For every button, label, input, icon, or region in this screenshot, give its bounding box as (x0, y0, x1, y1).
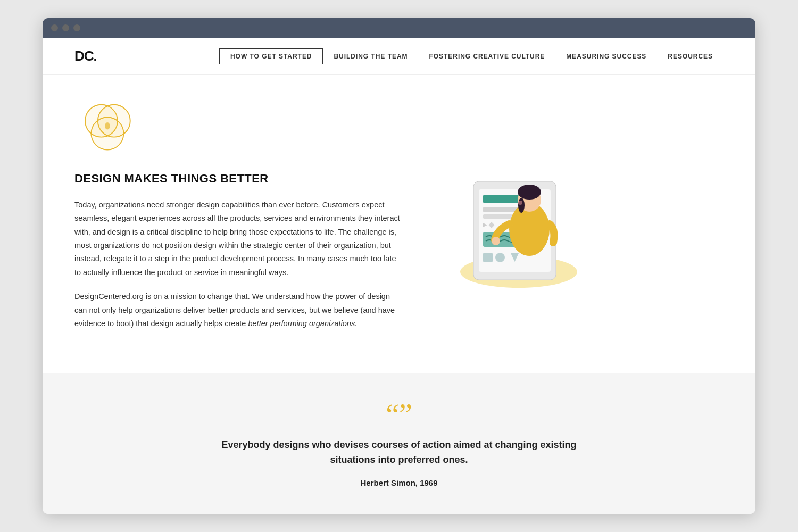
main-content: DESIGN MAKES THINGS BETTER Today, organi… (43, 75, 755, 373)
nav-link-resources[interactable]: RESOURCES (657, 48, 724, 64)
nav-link-measuring-success[interactable]: MEASURING SUCCESS (555, 48, 657, 64)
nav-link-building-the-team[interactable]: BUILDING THE TEAM (323, 48, 418, 64)
nav-item-how-to-get-started[interactable]: HOW TO GET STARTED (219, 51, 323, 61)
paragraph-2: DesignCentered.org is on a mission to ch… (74, 290, 404, 330)
nav-item-fostering-creative-culture[interactable]: FOSTERING CREATIVE CULTURE (418, 51, 555, 61)
paragraph-1: Today, organizations need stronger desig… (74, 198, 404, 279)
nav-item-building-the-team[interactable]: BUILDING THE TEAM (323, 51, 418, 61)
nav-link-how-to-get-started[interactable]: HOW TO GET STARTED (219, 48, 323, 64)
venn-svg (74, 102, 138, 155)
nav-link-fostering-creative-culture[interactable]: FOSTERING CREATIVE CULTURE (418, 48, 555, 64)
navbar: DC. HOW TO GET STARTED BUILDING THE TEAM… (43, 38, 755, 75)
site-logo[interactable]: DC. (74, 48, 97, 64)
svg-point-2 (91, 117, 123, 149)
nav-item-resources[interactable]: RESOURCES (657, 51, 724, 61)
quote-section: “” Everybody designs who devises courses… (43, 373, 755, 514)
illustration-svg (436, 112, 585, 293)
svg-point-19 (518, 198, 525, 213)
content-left: DESIGN MAKES THINGS BETTER Today, organi… (74, 102, 404, 341)
content-right (426, 102, 596, 293)
svg-point-3 (105, 122, 110, 129)
venn-diagram (74, 102, 404, 157)
hero-illustration (436, 112, 585, 293)
browser-dot-2 (62, 24, 69, 31)
quote-mark: “” (74, 400, 724, 429)
browser-chrome (43, 18, 755, 38)
quote-text: Everybody designs who devises courses of… (213, 438, 585, 468)
svg-rect-13 (483, 253, 493, 262)
svg-rect-9 (483, 214, 512, 219)
browser-dot-3 (73, 24, 80, 31)
svg-point-14 (495, 253, 505, 262)
main-heading: DESIGN MAKES THINGS BETTER (74, 172, 404, 186)
browser-dot-1 (51, 24, 58, 31)
nav-item-measuring-success[interactable]: MEASURING SUCCESS (555, 51, 657, 61)
nav-links: HOW TO GET STARTED BUILDING THE TEAM FOS… (219, 51, 724, 61)
svg-point-18 (518, 185, 541, 200)
svg-point-20 (492, 237, 500, 245)
quote-author: Herbert Simon, 1969 (74, 478, 724, 487)
paragraph-2-em: better performing organizations. (248, 319, 357, 328)
browser-window: DC. HOW TO GET STARTED BUILDING THE TEAM… (43, 18, 755, 514)
svg-point-21 (518, 201, 522, 205)
